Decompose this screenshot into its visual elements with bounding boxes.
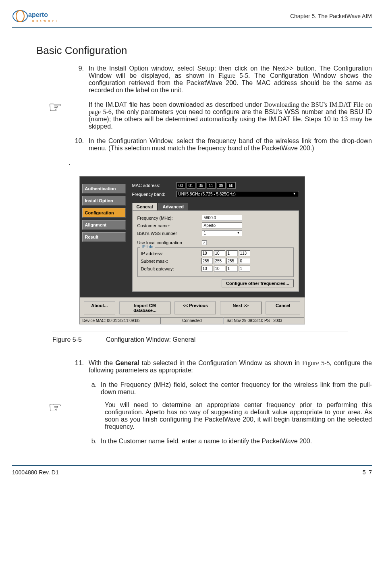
sub-letter: a. bbox=[89, 381, 101, 396]
step-number: 11. bbox=[73, 359, 89, 374]
subnet-octet[interactable]: 255 bbox=[201, 258, 213, 264]
status-bar: Device MAC: 00:01:3b:11:09:bb Connected … bbox=[80, 317, 305, 324]
note-body: If the IM.DAT file has been downloaded a… bbox=[73, 101, 372, 130]
mac-label: MAC address: bbox=[132, 183, 176, 188]
logo: aperto n e t w o r k s bbox=[12, 8, 56, 24]
sub-body: In the Customer name field, enter a name… bbox=[101, 438, 372, 445]
subnet-octet[interactable]: 255 bbox=[226, 258, 238, 264]
freq-band-label: Frequency band: bbox=[132, 192, 176, 197]
page-footer: 10004880 Rev. D1 5–7 bbox=[12, 465, 372, 476]
doc-revision: 10004880 Rev. D1 bbox=[12, 469, 59, 476]
note-2: ☞ You will need to determine an appropri… bbox=[48, 401, 372, 430]
frequency-label: Frequency (MHz): bbox=[137, 216, 202, 220]
gateway-octet[interactable]: 10 bbox=[214, 266, 225, 272]
gateway-octet[interactable]: 10 bbox=[201, 266, 213, 272]
import-cm-database-button[interactable]: Import CM database... bbox=[119, 301, 170, 314]
page-number: 5–7 bbox=[363, 469, 372, 476]
svg-point-0 bbox=[13, 10, 27, 22]
step-9: 9. In the Install Option window, select … bbox=[73, 65, 372, 94]
note-body: You will need to determine an appropriat… bbox=[73, 401, 372, 430]
nav-sidebar: Authentication Install Option Configurat… bbox=[80, 177, 128, 297]
chapter-label: Chapter 5. The PacketWave AIM bbox=[290, 13, 372, 19]
nav-configuration[interactable]: Configuration bbox=[82, 208, 126, 218]
bottom-button-bar: About... Import CM database... << Previo… bbox=[80, 297, 305, 317]
pointing-hand-icon: ☞ bbox=[48, 100, 73, 130]
ip-octet[interactable]: 113 bbox=[239, 250, 250, 256]
period-marker: . bbox=[68, 159, 372, 166]
local-config-checkbox[interactable]: ✓ bbox=[202, 240, 207, 245]
previous-button[interactable]: << Previous bbox=[174, 301, 216, 314]
pointing-hand-icon: ☞ bbox=[48, 400, 73, 430]
nav-install-option[interactable]: Install Option bbox=[82, 196, 126, 206]
subnet-mask-label: Subnet mask: bbox=[141, 259, 201, 264]
frequency-input[interactable]: 5800.0 bbox=[202, 215, 242, 221]
page-header: aperto n e t w o r k s Chapter 5. The Pa… bbox=[12, 8, 372, 28]
gateway-octet[interactable]: 1 bbox=[226, 266, 238, 272]
status-device-mac: Device MAC: 00:01:3b:11:09:bb bbox=[80, 317, 160, 324]
freq-band-select[interactable]: UNII5.8GHz (5.725 - 5.825GHz) bbox=[176, 191, 299, 197]
tab-advanced[interactable]: Advanced bbox=[158, 203, 188, 210]
ip-info-group: IP Info IP address: 10 10 1 113 Subnet m… bbox=[137, 247, 294, 277]
ip-address-label: IP address: bbox=[141, 251, 201, 256]
about-button[interactable]: About... bbox=[84, 301, 116, 314]
mac-address-field[interactable]: 00 01 3b 11 09 bb bbox=[176, 182, 236, 189]
step-body: In the Install Option window, select Set… bbox=[89, 65, 372, 94]
cross-reference: Downloading the BSU's IM.DAT File bbox=[264, 101, 363, 108]
status-timestamp: Sat Nov 29 09:33:10 PST 2003 bbox=[224, 317, 304, 324]
step-body: With the General tab selected in the Con… bbox=[89, 359, 372, 374]
step-11b: b. In the Customer name field, enter a n… bbox=[89, 438, 372, 445]
sub-letter: b. bbox=[89, 438, 101, 445]
step-10: 10. In the Configuration Window, select … bbox=[73, 137, 372, 152]
general-tab-pane: Frequency (MHz): 5800.0 Customer name: A… bbox=[132, 210, 299, 292]
customer-name-input[interactable]: Aperto bbox=[202, 222, 242, 229]
aperto-logo-icon: aperto n e t w o r k s bbox=[12, 8, 56, 24]
nav-alignment[interactable]: Alignment bbox=[82, 220, 126, 230]
customer-name-label: Customer name: bbox=[137, 223, 202, 228]
nav-result[interactable]: Result bbox=[82, 232, 126, 242]
next-button[interactable]: Next >> bbox=[220, 301, 262, 314]
step-body: In the Configuration Window, select the … bbox=[89, 137, 372, 152]
svg-text:aperto: aperto bbox=[28, 11, 48, 18]
configuration-window: Authentication Install Option Configurat… bbox=[79, 176, 305, 324]
tabs: General Advanced bbox=[132, 203, 299, 210]
ip-octet[interactable]: 1 bbox=[226, 250, 238, 256]
tab-general[interactable]: General bbox=[132, 203, 158, 210]
gateway-octet[interactable]: 1 bbox=[239, 266, 250, 272]
ip-octet[interactable]: 10 bbox=[214, 250, 225, 256]
svg-point-1 bbox=[16, 10, 24, 22]
subnet-octet[interactable]: 255 bbox=[214, 258, 225, 264]
step-11: 11. With the General tab selected in the… bbox=[73, 359, 372, 374]
figure-caption: Figure 5-5 Configuration Window: General bbox=[52, 332, 348, 343]
figure-reference: Figure 5-5 bbox=[302, 359, 330, 366]
nav-authentication[interactable]: Authentication bbox=[82, 184, 126, 193]
configure-other-frequencies-button[interactable]: Configure other frequencies... bbox=[222, 279, 293, 287]
figure-reference: Figure 5-5 bbox=[218, 72, 248, 79]
section-title: Basic Configuration bbox=[36, 44, 372, 57]
wss-label: BSU's WSS number bbox=[137, 231, 202, 236]
step-11a: a. In the Frequency (MHz) field, select … bbox=[89, 381, 372, 396]
figure-5-5: Authentication Install Option Configurat… bbox=[12, 176, 372, 324]
sub-body: In the Frequency (MHz) field, select the… bbox=[101, 381, 372, 396]
ip-info-legend: IP Info bbox=[140, 245, 155, 249]
status-connection: Connected bbox=[160, 317, 224, 324]
step-number: 10. bbox=[73, 137, 89, 152]
step-number: 9. bbox=[73, 65, 89, 94]
wss-select[interactable]: 1 bbox=[202, 230, 242, 236]
svg-text:n e t w o r k s: n e t w o r k s bbox=[32, 19, 56, 22]
figure-title: Configuration Window: General bbox=[106, 336, 195, 343]
note-1: ☞ If the IM.DAT file has been downloaded… bbox=[48, 101, 372, 130]
cancel-button[interactable]: Cancel bbox=[266, 301, 301, 314]
gateway-label: Default gateway: bbox=[141, 266, 201, 271]
figure-number: Figure 5-5 bbox=[52, 336, 82, 343]
subnet-octet[interactable]: 0 bbox=[239, 258, 250, 264]
ip-octet[interactable]: 10 bbox=[201, 250, 213, 256]
config-pane: MAC address: 00 01 3b 11 09 bb Frequency… bbox=[128, 177, 305, 297]
